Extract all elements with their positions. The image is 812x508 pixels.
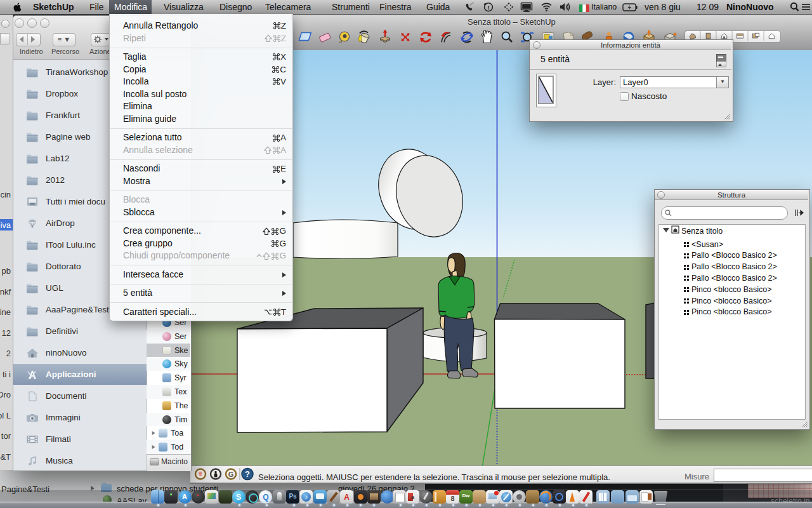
svg-text:!: ! xyxy=(487,4,489,11)
